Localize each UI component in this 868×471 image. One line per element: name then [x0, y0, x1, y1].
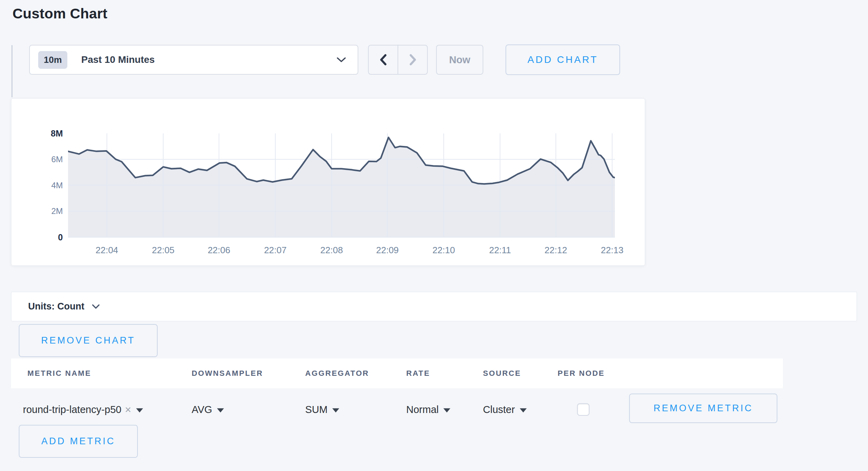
add-chart-button[interactable]: ADD CHART [506, 44, 620, 75]
time-step-control [368, 45, 428, 75]
x-axis-tick-label: 22:11 [476, 245, 524, 256]
col-header-downsampler: DOWNSAMPLER [192, 369, 263, 378]
aggregator-value: SUM [305, 404, 327, 415]
downsampler-dropdown[interactable]: AVG [192, 404, 224, 415]
next-time-button[interactable] [398, 46, 427, 74]
y-axis-tick-label: 4M [21, 181, 63, 190]
x-axis-tick-label: 22:08 [307, 245, 356, 256]
x-axis-tick-label: 22:04 [83, 245, 131, 256]
metrics-table-header: METRIC NAME DOWNSAMPLER AGGREGATOR RATE … [11, 358, 783, 388]
y-axis-tick-label: 2M [21, 206, 63, 216]
chevron-right-icon [409, 54, 417, 66]
source-value: Cluster [483, 404, 515, 415]
col-header-source: SOURCE [483, 369, 521, 378]
remove-metric-button[interactable]: REMOVE METRIC [629, 394, 777, 423]
aggregator-dropdown[interactable]: SUM [305, 404, 339, 415]
col-header-rate: RATE [406, 369, 430, 378]
prev-time-button[interactable] [369, 46, 398, 74]
now-button[interactable]: Now [436, 45, 483, 75]
remove-chart-button[interactable]: REMOVE CHART [19, 324, 158, 357]
col-header-per-node: PER NODE [558, 369, 605, 378]
page-title: Custom Chart [12, 6, 107, 22]
x-axis-tick-label: 22:09 [363, 245, 412, 256]
col-header-aggregator: AGGREGATOR [305, 369, 369, 378]
y-axis-tick-label: 6M [21, 155, 63, 164]
chevron-left-icon [379, 54, 387, 66]
series-area-fill [68, 138, 615, 237]
caret-down-icon [332, 408, 339, 412]
time-range-dropdown[interactable]: 10m Past 10 Minutes [29, 45, 358, 75]
y-axis-tick-label: 0 [21, 232, 63, 242]
per-node-checkbox[interactable] [577, 403, 590, 416]
rate-dropdown[interactable]: Normal [406, 404, 450, 415]
add-metric-button[interactable]: ADD METRIC [19, 425, 138, 458]
downsampler-value: AVG [192, 404, 212, 415]
units-label: Units: Count [28, 301, 84, 312]
clear-metric-icon[interactable]: × [125, 404, 131, 415]
chevron-down-icon [92, 304, 100, 309]
metric-name-dropdown[interactable]: round-trip-latency-p50 × [23, 404, 143, 415]
metric-row: round-trip-latency-p50 × AVG SUM Normal … [0, 388, 868, 431]
chart-card: 8M6M4M2M0 22:0422:0522:0622:0722:0822:09… [11, 98, 645, 266]
x-axis-tick-label: 22:13 [588, 245, 636, 256]
y-axis-tick-label: 8M [21, 129, 63, 139]
col-header-metric-name: METRIC NAME [27, 369, 91, 378]
source-dropdown[interactable]: Cluster [483, 404, 527, 415]
timeseries-area-chart [68, 133, 615, 238]
x-axis-tick-label: 22:12 [532, 245, 580, 256]
caret-down-icon [136, 408, 143, 412]
time-range-badge: 10m [38, 51, 67, 69]
chevron-down-icon [337, 57, 346, 63]
x-axis-tick-label: 22:06 [195, 245, 243, 256]
x-axis-tick-label: 22:07 [251, 245, 300, 256]
metric-name-value: round-trip-latency-p50 [23, 404, 122, 415]
x-axis-tick-label: 22:05 [139, 245, 187, 256]
caret-down-icon [520, 408, 527, 412]
caret-down-icon [217, 408, 224, 412]
time-range-label: Past 10 Minutes [81, 54, 337, 65]
toolbar-left-divider [11, 45, 12, 97]
units-dropdown[interactable]: Units: Count [11, 292, 857, 321]
rate-value: Normal [406, 404, 439, 415]
caret-down-icon [443, 408, 450, 412]
x-axis-tick-label: 22:10 [419, 245, 468, 256]
